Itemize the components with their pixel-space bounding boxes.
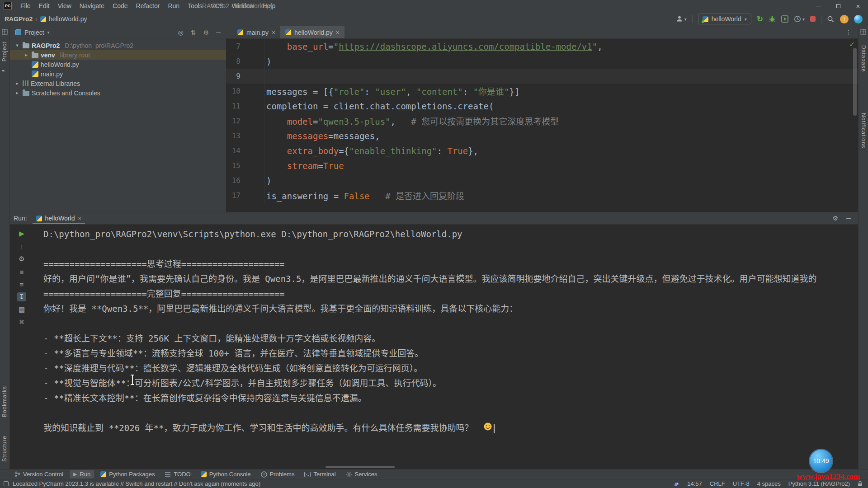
console-line: - **深度推理与代码**：擅长数学、逻辑推理及全栈代码生成（如将创意直接转化为… xyxy=(43,361,858,376)
soft-wrap-icon[interactable]: ≡ xyxy=(17,280,26,289)
stripe-button-notifications[interactable]: Notifications xyxy=(860,113,867,148)
tool-button-problems[interactable]: Problems xyxy=(257,470,298,479)
breadcrumb-separator: › xyxy=(35,15,38,23)
folder-icon xyxy=(23,43,29,48)
editor-tab-main-py[interactable]: main.py× xyxy=(232,26,280,38)
line-number: 13 xyxy=(226,128,264,143)
stripe-button-bookmarks[interactable]: Bookmarks xyxy=(1,386,8,417)
expand-collapse-icon[interactable]: ⇅ xyxy=(191,29,196,36)
stripe-button-project[interactable]: Project xyxy=(1,42,8,61)
run-tab-helloworld[interactable]: helloWorld × xyxy=(33,212,85,224)
close-icon[interactable]: × xyxy=(78,215,81,222)
tool-window-switcher-icon[interactable] xyxy=(2,29,8,35)
code-line-text: extra_body={"enable_thinking": True}, xyxy=(266,146,478,156)
profiler-button[interactable]: ▾ xyxy=(794,15,805,23)
pycharm-logo-icon: PC xyxy=(4,2,12,10)
rerun-button[interactable]: ↻ xyxy=(757,15,763,23)
tree-chevron-icon[interactable]: ▸ xyxy=(14,80,20,86)
settings-icon[interactable]: ⚙ xyxy=(17,254,26,263)
editor-tab-helloworld-py[interactable]: helloWorld.py× xyxy=(280,26,344,38)
tree-item-venv[interactable]: ▸venvlibrary root xyxy=(10,50,226,60)
stop-button[interactable] xyxy=(810,16,816,22)
scratches-icon xyxy=(23,91,29,96)
stop-icon[interactable]: ■ xyxy=(17,267,26,276)
clear-icon[interactable]: ✖ xyxy=(17,318,26,327)
run-with-coverage-button[interactable] xyxy=(781,15,788,23)
close-button[interactable]: × xyxy=(848,0,868,12)
project-view-select[interactable]: Project ▾ xyxy=(15,29,50,36)
hide-panel-icon[interactable]: ─ xyxy=(846,215,851,222)
gear-icon[interactable]: ⚙ xyxy=(833,215,839,222)
tree-chevron-icon[interactable]: ▸ xyxy=(14,90,20,96)
menu-refactor[interactable]: Refactor xyxy=(132,2,164,9)
console-horizontal-scrollbar[interactable] xyxy=(326,466,395,468)
tool-button-services[interactable]: Services xyxy=(342,470,381,479)
menu-edit[interactable]: Edit xyxy=(35,2,54,9)
tool-button-version-control[interactable]: Version Control xyxy=(11,470,67,479)
scroll-to-end-icon[interactable]: ↧ xyxy=(17,292,26,301)
menu-run[interactable]: Run xyxy=(164,2,184,9)
tree-item-ragpro2[interactable]: ▾RAGPro2D:\python_pro\RAGPro2 xyxy=(10,41,226,50)
breadcrumb-item-ragpro2[interactable]: RAGPro2 xyxy=(5,15,33,23)
tree-chevron-icon[interactable]: ▾ xyxy=(14,42,20,48)
status-plugin-icon[interactable] xyxy=(673,481,679,487)
tree-item-helloworld-py[interactable]: helloWorld.py xyxy=(10,60,226,69)
update-available-icon[interactable]: ↑ xyxy=(840,15,849,23)
tool-button-label: Run xyxy=(80,471,90,478)
search-everywhere-button[interactable] xyxy=(827,15,835,23)
tool-button-python-console[interactable]: Python Console xyxy=(197,470,255,479)
menu-navigate[interactable]: Navigate xyxy=(75,2,108,9)
code-line-11: 11completion = client.chat.completions.c… xyxy=(226,99,858,113)
stripe-button-database[interactable]: Database xyxy=(860,45,867,72)
tool-button-label: Python Console xyxy=(209,471,251,478)
coverage-icon xyxy=(781,15,788,23)
tree-item-external-libraries[interactable]: ▸External Libraries xyxy=(10,79,226,88)
lock-icon[interactable] xyxy=(858,481,863,487)
stripe-button-structure[interactable]: Structure xyxy=(1,436,8,462)
console-output[interactable]: D:\python_pro\RAGPro2\venv\Scripts\pytho… xyxy=(33,225,858,469)
status-indent[interactable]: 4 spaces xyxy=(757,480,781,487)
tool-button-python-packages[interactable]: Python Packages xyxy=(97,470,158,479)
rerun-icon[interactable]: ▶ xyxy=(17,229,26,238)
close-icon[interactable]: × xyxy=(336,29,340,36)
minimize-button[interactable] xyxy=(808,0,828,12)
status-encoding[interactable]: UTF-8 xyxy=(733,480,750,487)
editor-scrollbar[interactable] xyxy=(853,48,857,116)
run-configuration-select[interactable]: helloWorld ▾ xyxy=(698,14,751,24)
menu-file[interactable]: File xyxy=(16,2,35,9)
inspections-ok-icon[interactable]: ✓ xyxy=(849,40,855,48)
tree-item-main-py[interactable]: main.py xyxy=(10,69,226,79)
tool-button-todo[interactable]: TODO xyxy=(161,470,194,479)
tree-chevron-icon[interactable]: ▸ xyxy=(23,52,29,58)
event-log-icon[interactable] xyxy=(4,481,9,486)
status-message[interactable]: Localized PyCharm 2023.1.3 is available … xyxy=(13,480,260,487)
tree-item-scratches-and-consoles[interactable]: ▸Scratches and Consoles xyxy=(10,88,226,98)
profile-button[interactable]: ▾ xyxy=(676,15,687,23)
status-line-ending[interactable]: CRLF xyxy=(710,480,725,487)
status-time[interactable]: 14:57 xyxy=(687,480,702,487)
breadcrumb-item-helloworld-py[interactable]: helloWorld.py xyxy=(49,15,87,23)
navigate-up-icon[interactable]: ↑ xyxy=(17,242,26,251)
code-line-text: messages=messages, xyxy=(266,131,380,141)
tool-button-terminal[interactable]: Terminal xyxy=(301,470,339,479)
tool-window-switcher-icon[interactable] xyxy=(860,29,866,35)
profiler-clock-icon xyxy=(794,15,801,23)
python-icon xyxy=(703,16,708,22)
console-line: ====================完整回复================… xyxy=(43,286,858,301)
debug-button[interactable] xyxy=(769,15,776,23)
select-opened-file-icon[interactable]: ◎ xyxy=(178,29,184,36)
restore-button[interactable] xyxy=(828,0,848,12)
print-icon[interactable]: ▤ xyxy=(17,305,26,314)
close-icon[interactable]: × xyxy=(272,29,275,36)
plugin-sphere-icon[interactable] xyxy=(854,15,863,23)
status-interpreter[interactable]: Python 3.11 (RAGPro2) xyxy=(788,480,850,487)
chevron-down-icon: ▾ xyxy=(745,17,747,22)
menu-code[interactable]: Code xyxy=(108,2,132,9)
code-area[interactable]: 7 base_url="https://dashscope.aliyuncs.c… xyxy=(226,39,858,203)
hide-panel-icon[interactable]: ─ xyxy=(216,29,221,36)
menu-view[interactable]: View xyxy=(54,2,75,9)
code-line-16: 16) xyxy=(226,173,858,188)
more-icon[interactable]: ⋮ xyxy=(845,26,858,38)
tool-button-run[interactable]: ▶Run xyxy=(70,470,94,479)
gear-icon[interactable]: ⚙ xyxy=(203,29,209,36)
